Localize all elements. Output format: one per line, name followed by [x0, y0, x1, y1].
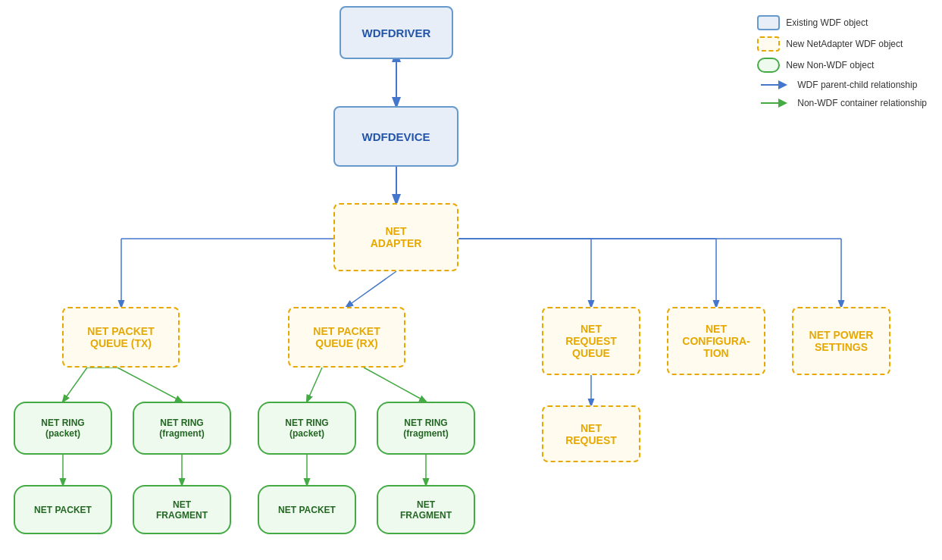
legend-nonwdf-container: Non-WDF container relationship: [757, 97, 927, 109]
netpacket-tx-label: NET PACKET: [34, 505, 92, 515]
legend-new-nonwdf-label: New Non-WDF object: [786, 60, 874, 70]
legend-wdf-parent-child: WDF parent-child relationship: [757, 79, 927, 91]
svg-line-15: [307, 368, 322, 402]
svg-line-4: [346, 271, 396, 307]
legend-new-netadapter-label: New NetAdapter WDF object: [786, 39, 903, 49]
diagram: WDFDRIVER WDFDEVICE NET ADAPTER NET PACK…: [0, 0, 942, 560]
net-power-settings-node: NET POWER SETTINGS: [792, 307, 890, 375]
net-request-node: NET REQUEST: [542, 405, 640, 462]
net-request-queue-label: NET REQUEST QUEUE: [565, 323, 617, 359]
legend-new-nonwdf: New Non-WDF object: [757, 58, 927, 73]
svg-line-16: [364, 368, 426, 402]
legend-existing-wdf: Existing WDF object: [757, 15, 927, 30]
netfragment-tx-node: NET FRAGMENT: [133, 485, 231, 534]
netfragment-rx-label: NET FRAGMENT: [400, 499, 452, 521]
netpktqueue-tx-label: NET PACKET QUEUE (TX): [87, 325, 154, 349]
netring-packet-rx-node: NET RING (packet): [258, 402, 356, 455]
netpktqueue-rx-node: NET PACKET QUEUE (RX): [288, 307, 405, 368]
legend-nonwdf-container-label: Non-WDF container relationship: [797, 98, 927, 108]
netring-fragment-tx-node: NET RING (fragment): [133, 402, 231, 455]
netpktqueue-tx-node: NET PACKET QUEUE (TX): [62, 307, 180, 368]
netadapter-label: NET ADAPTER: [371, 225, 422, 249]
netring-packet-tx-node: NET RING (packet): [14, 402, 112, 455]
netring-fragment-tx-label: NET RING (fragment): [159, 418, 204, 439]
netpktqueue-rx-label: NET PACKET QUEUE (RX): [313, 325, 380, 349]
svg-line-14: [117, 368, 182, 402]
wdfdevice-label: WDFDEVICE: [362, 130, 430, 143]
netring-packet-tx-label: NET RING (packet): [41, 418, 84, 439]
netring-fragment-rx-label: NET RING (fragment): [403, 418, 448, 439]
netpacket-rx-label: NET PACKET: [278, 505, 336, 515]
legend-existing-wdf-label: Existing WDF object: [786, 17, 868, 28]
legend-new-netadapter: New NetAdapter WDF object: [757, 36, 927, 52]
wdfdriver-label: WDFDRIVER: [362, 27, 431, 39]
netadapter-node: NET ADAPTER: [333, 203, 458, 271]
net-request-queue-node: NET REQUEST QUEUE: [542, 307, 640, 375]
legend-wdf-parent-child-label: WDF parent-child relationship: [797, 80, 917, 90]
netpacket-tx-node: NET PACKET: [14, 485, 112, 534]
legend-solid-box: [757, 15, 780, 30]
netpacket-rx-node: NET PACKET: [258, 485, 356, 534]
netring-packet-rx-label: NET RING (packet): [285, 418, 328, 439]
legend: Existing WDF object New NetAdapter WDF o…: [757, 15, 927, 115]
netfragment-tx-label: NET FRAGMENT: [156, 499, 208, 521]
svg-line-13: [63, 368, 87, 402]
netfragment-rx-node: NET FRAGMENT: [377, 485, 475, 534]
net-power-settings-label: NET POWER SETTINGS: [809, 329, 874, 353]
legend-oval-box: [757, 58, 780, 73]
net-request-label: NET REQUEST: [565, 422, 617, 446]
net-configuration-node: NET CONFIGURA- TION: [667, 307, 765, 375]
net-configuration-label: NET CONFIGURA- TION: [682, 323, 750, 359]
wdfdriver-node: WDFDRIVER: [340, 6, 453, 59]
netring-fragment-rx-node: NET RING (fragment): [377, 402, 475, 455]
wdfdevice-node: WDFDEVICE: [333, 106, 458, 167]
legend-dashed-box: [757, 36, 780, 52]
